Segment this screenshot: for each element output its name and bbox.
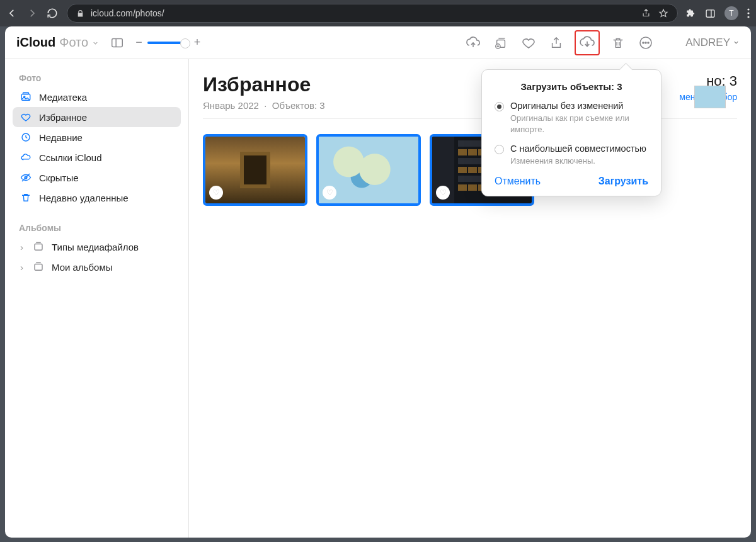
share-icon[interactable] <box>547 33 566 52</box>
eye-off-icon <box>20 172 33 183</box>
sidebar-item-label: Недавно удаленные <box>39 193 129 203</box>
app-name-label: Фото <box>59 35 88 50</box>
sidebar-item-label: Избранное <box>39 112 87 123</box>
svg-point-2 <box>747 12 749 14</box>
radio-icon <box>495 145 504 154</box>
brand-label: iCloud <box>16 35 55 50</box>
svg-rect-16 <box>35 244 42 251</box>
zoom-slider[interactable] <box>147 42 189 44</box>
browser-toolbar: icloud.com/photos/ T <box>0 0 756 26</box>
svg-point-10 <box>648 42 649 43</box>
library-icon <box>20 91 33 103</box>
download-popover: Загрузить объекты: 3 Оригиналы без измен… <box>481 69 662 196</box>
back-button[interactable] <box>6 8 19 19</box>
svg-point-9 <box>645 42 646 43</box>
heart-badge-icon: ♡ <box>436 186 450 200</box>
sidebar-item-library[interactable]: Медиатека <box>13 87 181 107</box>
add-to-album-icon[interactable] <box>491 33 510 52</box>
trash-icon <box>20 192 33 203</box>
svg-rect-12 <box>23 93 29 94</box>
svg-rect-4 <box>112 38 123 47</box>
clock-icon <box>20 132 33 143</box>
panel-icon[interactable] <box>705 8 716 19</box>
cloud-icon <box>20 152 33 163</box>
zoom-out-button[interactable]: − <box>135 36 142 49</box>
favorite-icon[interactable] <box>519 33 538 52</box>
delete-icon[interactable] <box>609 33 627 52</box>
album-icon <box>33 261 45 273</box>
disclosure-icon: › <box>20 242 25 252</box>
map-thumbnail[interactable] <box>694 86 726 108</box>
radio-option-compatible[interactable]: С наибольшей совместимостью Изменения вк… <box>495 144 648 167</box>
app-window: iCloud Фото − + ANDREY Фото <box>5 26 751 538</box>
sidebar-item-hidden[interactable]: Скрытые <box>13 167 181 188</box>
radio-label: С наибольшей совместимостью <box>510 144 646 154</box>
svg-rect-0 <box>706 9 714 16</box>
heart-icon <box>20 111 33 123</box>
upload-icon[interactable] <box>464 33 483 52</box>
sidebar-item-label: Ссылки iCloud <box>39 152 102 163</box>
lock-icon <box>76 9 84 18</box>
sidebar-item-label: Недавние <box>39 132 83 143</box>
svg-point-3 <box>747 16 749 18</box>
radio-label: Оригиналы без изменений <box>510 101 648 111</box>
sidebar-item-icloud-links[interactable]: Ссылки iCloud <box>13 147 181 167</box>
download-icon[interactable] <box>575 30 600 55</box>
radio-option-originals[interactable]: Оригиналы без изменений Оригиналы как пр… <box>495 101 648 135</box>
sidebar-item-my-albums[interactable]: › Мои альбомы <box>13 257 181 277</box>
star-icon[interactable] <box>658 8 668 18</box>
kebab-menu-icon[interactable] <box>747 8 750 18</box>
photo-thumbnail[interactable]: ♡ <box>316 134 421 206</box>
share-url-icon[interactable] <box>641 8 651 18</box>
sidebar-item-label: Мои альбомы <box>52 262 113 273</box>
popover-title: Загрузить объекты: 3 <box>495 81 648 92</box>
svg-rect-17 <box>35 264 42 271</box>
address-bar[interactable]: icloud.com/photos/ <box>67 4 678 23</box>
sidebar: Фото Медиатека Избранное Недавние Ссылки… <box>5 59 189 538</box>
sidebar-toggle-icon[interactable] <box>108 33 127 52</box>
extensions-icon[interactable] <box>685 8 696 19</box>
svg-point-8 <box>643 42 644 43</box>
heart-badge-icon: ♡ <box>209 186 223 200</box>
sidebar-item-label: Медиатека <box>39 92 87 103</box>
app-toolbar: iCloud Фото − + ANDREY <box>5 26 751 59</box>
forward-button[interactable] <box>26 8 39 19</box>
download-button[interactable]: Загрузить <box>598 176 648 187</box>
reload-button[interactable] <box>47 8 59 19</box>
sidebar-item-favorites[interactable]: Избранное <box>13 107 181 127</box>
more-icon[interactable] <box>636 33 655 52</box>
sidebar-item-recents[interactable]: Недавние <box>13 127 181 147</box>
cancel-button[interactable]: Отменить <box>495 176 541 187</box>
heart-badge-icon: ♡ <box>323 186 336 200</box>
radio-icon <box>495 102 504 111</box>
radio-description: Изменения включены. <box>510 155 646 167</box>
radio-description: Оригиналы как при съемке или импорте. <box>510 113 648 135</box>
url-text: icloud.com/photos/ <box>91 8 635 18</box>
disclosure-icon: › <box>20 262 25 273</box>
sidebar-item-label: Скрытые <box>39 172 79 183</box>
sidebar-heading-albums: Альбомы <box>13 219 181 237</box>
app-title-menu[interactable]: iCloud Фото <box>16 35 99 50</box>
photo-thumbnail[interactable]: ♡ <box>203 134 307 206</box>
sidebar-item-media-types[interactable]: › Типы медиафайлов <box>13 237 181 257</box>
zoom-in-button[interactable]: + <box>194 36 201 49</box>
svg-point-1 <box>747 8 749 10</box>
profile-avatar[interactable]: T <box>724 6 738 20</box>
user-name-label: ANDREY <box>685 37 730 49</box>
sidebar-item-label: Типы медиафайлов <box>52 242 139 252</box>
chevron-down-icon <box>733 39 740 46</box>
zoom-control: − + <box>135 36 200 49</box>
sidebar-heading-photos: Фото <box>13 69 181 87</box>
chevron-down-icon <box>92 40 99 47</box>
sidebar-item-recently-deleted[interactable]: Недавно удаленные <box>13 188 181 208</box>
main-content: Избранное Январь 2022 · Объектов: 3 но: … <box>189 59 751 538</box>
user-menu[interactable]: ANDREY <box>685 37 740 49</box>
album-icon <box>33 241 45 252</box>
